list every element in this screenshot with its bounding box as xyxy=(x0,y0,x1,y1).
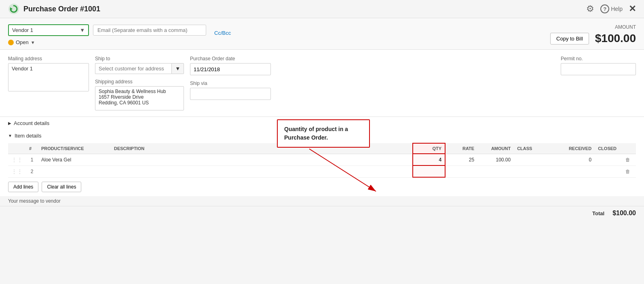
permit-no-label: Permit no. xyxy=(561,56,636,61)
col-drag xyxy=(8,143,26,154)
class-cell-2[interactable] xyxy=(514,165,562,177)
table-header-row: # PRODUCT/SERVICE DESCRIPTION QTY RATE A… xyxy=(8,143,636,154)
vendor-row: Vendor 1 ▼ Cc/Bcc xyxy=(8,24,231,36)
permit-no-group: Permit no. xyxy=(561,56,636,75)
desc-cell-2[interactable] xyxy=(111,165,413,177)
col-desc-header: DESCRIPTION xyxy=(111,143,413,154)
account-details-toggle[interactable]: ▶ Account details xyxy=(8,120,636,126)
account-details-collapsed-icon: ▶ xyxy=(8,121,11,125)
item-details-section: ▼ Item details # PRODUCT/SERVICE DESCRIP… xyxy=(0,129,644,196)
total-label: Total xyxy=(592,210,604,216)
ship-via-label: Ship via xyxy=(190,81,207,86)
status-dropdown-arrow[interactable]: ▼ xyxy=(31,40,35,45)
header: Purchase Order #1001 ⚙ ? Help ✕ xyxy=(0,0,644,18)
clear-all-lines-button[interactable]: Clear all lines xyxy=(42,182,81,192)
product-cell-2[interactable] xyxy=(38,165,111,177)
settings-icon[interactable]: ⚙ xyxy=(586,4,594,14)
shipping-address-group: Shipping address Sophia Beauty & Wellnes… xyxy=(95,79,184,110)
message-to-vendor-label: Your message to vendor xyxy=(8,198,61,204)
desc-cell-1[interactable] xyxy=(111,154,413,165)
ship-to-group: Ship to ▼ Shipping address Sophia Beauty… xyxy=(95,56,184,110)
col-class-header: CLASS xyxy=(514,143,562,154)
account-details-section: ▶ Account details xyxy=(0,117,644,129)
vendor-dropdown-arrow: ▼ xyxy=(80,27,85,33)
mailing-address-group: Mailing address Vendor 1 xyxy=(8,56,89,91)
mailing-address-label: Mailing address xyxy=(8,56,89,61)
form-right: AMOUNT Copy to Bill $100.00 xyxy=(550,24,636,45)
message-to-vendor-row: Your message to vendor xyxy=(0,196,644,206)
delete-cell-1[interactable]: 🗑 xyxy=(620,154,636,165)
drag-handle-1[interactable]: ⋮⋮ xyxy=(8,154,26,165)
header-left: Purchase Order #1001 xyxy=(8,3,100,15)
purchase-order-date-input[interactable] xyxy=(190,63,271,75)
form-grid: Mailing address Vendor 1 Ship to ▼ Shipp… xyxy=(8,56,636,110)
row-num-1: 1 xyxy=(26,154,38,165)
row-num-2: 2 xyxy=(26,165,38,177)
help-button[interactable]: ? Help xyxy=(600,4,623,13)
col-qty-header: QTY xyxy=(413,143,445,154)
delete-cell-2[interactable]: 🗑 xyxy=(620,165,636,177)
permit-no-input[interactable] xyxy=(561,63,636,75)
item-details-label: Item details xyxy=(15,133,41,139)
drag-handle-2[interactable]: ⋮⋮ xyxy=(8,165,26,177)
item-details-toggle[interactable]: ▼ Item details xyxy=(8,133,636,139)
col-amount-header: AMOUNT xyxy=(477,143,514,154)
ship-to-row: ▼ xyxy=(95,63,184,74)
col-product-header: PRODUCT/SERVICE xyxy=(38,143,111,154)
add-lines-button[interactable]: Add lines xyxy=(8,182,38,192)
header-right: ⚙ ? Help ✕ xyxy=(586,4,636,14)
class-cell-1[interactable] xyxy=(514,154,562,165)
ship-to-label: Ship to xyxy=(95,56,184,61)
item-details-expanded-icon: ▼ xyxy=(8,134,12,138)
qty-cell-2[interactable] xyxy=(413,165,445,177)
received-cell-2 xyxy=(562,165,595,177)
amount-cell-1: 100.00 xyxy=(477,154,514,165)
total-row: Total $100.00 xyxy=(0,206,644,220)
top-form-section: Vendor 1 ▼ Cc/Bcc Open ▼ AMOUNT Copy to … xyxy=(0,18,644,50)
amount-label: AMOUNT xyxy=(615,24,636,30)
vendor-value: Vendor 1 xyxy=(12,27,33,33)
col-del-header xyxy=(620,143,636,154)
total-value: $100.00 xyxy=(612,210,636,217)
help-icon: ? xyxy=(600,4,609,13)
shipping-address-value: Sophia Beauty & Wellness Hub 1657 Rivers… xyxy=(95,86,184,110)
status-row: Open ▼ xyxy=(8,39,231,45)
close-icon[interactable]: ✕ xyxy=(629,4,636,14)
email-row xyxy=(93,25,206,36)
amount-value: $100.00 xyxy=(595,32,636,45)
form-fields-section: Mailing address Vendor 1 Ship to ▼ Shipp… xyxy=(0,50,644,117)
item-table: # PRODUCT/SERVICE DESCRIPTION QTY RATE A… xyxy=(8,143,636,178)
ship-to-input[interactable] xyxy=(95,63,171,74)
table-action-buttons: Add lines Clear all lines xyxy=(8,178,636,196)
page-title: Purchase Order #1001 xyxy=(23,5,100,13)
copy-to-bill-button[interactable]: Copy to Bill xyxy=(550,33,589,45)
cc-bcc-toggle[interactable]: Cc/Bcc xyxy=(214,30,231,36)
shipping-address-label: Shipping address xyxy=(95,79,184,85)
product-cell-1[interactable]: Aloe Vera Gel xyxy=(38,154,111,165)
app-logo-icon xyxy=(8,3,19,15)
vendor-select[interactable]: Vendor 1 ▼ xyxy=(8,24,89,36)
qty-cell-1[interactable]: 4 xyxy=(413,154,445,165)
col-closed-header: CLOSED xyxy=(595,143,620,154)
ship-to-dropdown-arrow[interactable]: ▼ xyxy=(171,63,184,74)
amount-cell-2 xyxy=(477,165,514,177)
col-hash-header: # xyxy=(26,143,38,154)
ship-via-input[interactable] xyxy=(190,88,271,100)
account-details-label: Account details xyxy=(14,120,49,126)
help-label: Help xyxy=(611,6,623,12)
table-row: ⋮⋮ 1 Aloe Vera Gel 4 25 100.00 0 🗑 xyxy=(8,154,636,165)
table-body: ⋮⋮ 1 Aloe Vera Gel 4 25 100.00 0 🗑 ⋮⋮ 2 xyxy=(8,154,636,177)
purchase-order-date-label: Purchase Order date xyxy=(190,56,271,61)
mailing-address-value: Vendor 1 xyxy=(8,63,89,91)
status-label: Open xyxy=(16,39,29,45)
form-left: Vendor 1 ▼ Cc/Bcc Open ▼ xyxy=(8,24,231,45)
closed-cell-2[interactable] xyxy=(595,165,620,177)
rate-cell-1[interactable]: 25 xyxy=(445,154,477,165)
col-rate-header: RATE xyxy=(445,143,477,154)
date-shipvia-group: Purchase Order date Ship via xyxy=(190,56,271,100)
col-received-header: RECEIVED xyxy=(562,143,595,154)
email-input[interactable] xyxy=(93,25,206,36)
rate-cell-2[interactable] xyxy=(445,165,477,177)
status-dot-icon xyxy=(8,40,14,45)
closed-cell-1[interactable] xyxy=(595,154,620,165)
